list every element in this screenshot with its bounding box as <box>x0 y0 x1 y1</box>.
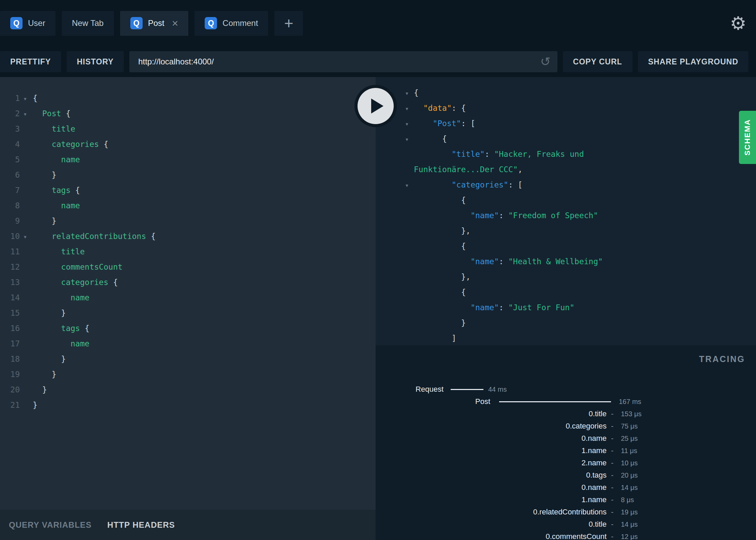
refresh-schema-icon[interactable]: ↺ <box>540 56 550 68</box>
main-split: 1▾{2▾Post {3title4categories {5name6}7ta… <box>0 77 756 540</box>
trace-row: 0.tags-20 μs <box>376 469 756 481</box>
token: { <box>461 196 466 205</box>
line-number: 9 <box>0 213 20 229</box>
token: "data" <box>423 104 452 112</box>
token: relatedContributions <box>52 232 146 241</box>
tab-label: Comment <box>222 18 258 28</box>
code-text: tags { <box>33 183 80 198</box>
token: "name" <box>470 257 499 266</box>
settings-gear-icon[interactable]: ⚙ <box>730 14 746 32</box>
schema-tab[interactable]: SCHEMA <box>739 111 756 164</box>
result-line: Funktionäre...Der CCC", <box>376 162 756 177</box>
fold-arrow-icon[interactable]: ▾ <box>405 86 409 101</box>
result-line: }, <box>376 223 756 239</box>
code-text: title <box>33 244 85 259</box>
code-text: title <box>33 121 75 137</box>
token: } <box>52 370 56 379</box>
token: "name" <box>470 303 499 312</box>
token: "name" <box>470 211 499 220</box>
tab-new-tab[interactable]: New Tab <box>62 11 114 36</box>
tab-user[interactable]: QUser <box>0 11 56 36</box>
add-tab-button[interactable]: + <box>274 11 303 36</box>
history-button[interactable]: HISTORY <box>67 51 124 72</box>
query-editor[interactable]: 1▾{2▾Post {3title4categories {5name6}7ta… <box>0 77 376 510</box>
fold-arrow-icon[interactable]: ▾ <box>405 178 409 193</box>
endpoint-url-input[interactable] <box>129 51 557 72</box>
trace-label: 2.name <box>376 457 607 469</box>
line-number: 8 <box>0 198 20 213</box>
editor-line: 16tags { <box>0 321 376 336</box>
trace-dash: - <box>611 420 613 432</box>
result-line: "name": "Freedom of Speech" <box>376 208 756 223</box>
trace-label: 0.name <box>376 432 607 445</box>
line-number: 12 <box>0 259 20 275</box>
fold-arrow-icon[interactable]: ▾ <box>405 116 409 132</box>
line-number: 13 <box>0 275 20 290</box>
trace-row: 0.relatedContributions-19 μs <box>376 506 756 518</box>
token: categories <box>52 140 99 149</box>
tab-comment[interactable]: QComment <box>194 11 268 36</box>
line-number: 21 <box>0 397 20 413</box>
token: "Hacker, Freaks und <box>494 150 584 159</box>
token: "Health & Wellbeing" <box>508 257 603 266</box>
copy-curl-button[interactable]: COPY CURL <box>563 51 633 72</box>
line-number: 20 <box>0 382 20 397</box>
code-text: } <box>33 167 56 183</box>
play-circle <box>358 88 394 124</box>
close-tab-icon[interactable]: × <box>172 18 178 29</box>
trace-time: 8 μs <box>621 494 634 506</box>
token: name <box>71 293 89 302</box>
line-number: 10 <box>0 229 20 244</box>
result-line: }, <box>376 269 756 285</box>
graphql-playground-window: QUserNew TabQPost×QComment + ⚙ PRETTIFY … <box>0 0 756 540</box>
code-text: name <box>33 290 89 305</box>
query-variables-tab[interactable]: QUERY VARIABLES <box>9 520 92 530</box>
token: "Just For Fun" <box>508 303 575 312</box>
query-badge-icon: Q <box>130 17 143 29</box>
fold-arrow-icon[interactable]: ▾ <box>405 101 409 116</box>
code-text: } <box>33 397 38 413</box>
trace-label: 0.title <box>376 518 607 530</box>
code-text: { <box>33 91 38 106</box>
trace-row: 0.commentsCount-12 μs <box>376 530 756 540</box>
token: : [ <box>508 180 523 189</box>
trace-duration-bar <box>499 401 611 402</box>
line-number: 15 <box>0 305 20 321</box>
code-text: } <box>33 382 47 397</box>
query-badge-icon: Q <box>205 17 217 29</box>
execute-query-button[interactable] <box>354 85 397 127</box>
query-badge-icon: Q <box>10 17 23 29</box>
trace-time: 167 ms <box>619 395 641 408</box>
tracing-title: TRACING <box>699 354 745 364</box>
token: : <box>485 150 494 159</box>
editor-line: 6} <box>0 167 376 183</box>
fold-arrow-icon[interactable]: ▾ <box>405 132 409 147</box>
tracing-panel: TRACING Request44 msPost167 ms0.title-15… <box>376 345 756 540</box>
token: categories <box>61 278 108 287</box>
editor-line: 13categories { <box>0 275 376 290</box>
fold-arrow-icon[interactable]: ▾ <box>23 229 27 244</box>
trace-row: 0.categories-75 μs <box>376 420 756 432</box>
trace-dash: - <box>611 518 613 530</box>
token: name <box>61 155 80 164</box>
trace-label: Request <box>376 383 444 395</box>
line-number: 18 <box>0 351 20 367</box>
code-text: name <box>33 336 89 351</box>
token: } <box>61 309 66 317</box>
trace-time: 25 μs <box>621 432 638 445</box>
code-text: tags { <box>33 321 89 336</box>
code-text: commentsCount <box>33 259 122 275</box>
result-line: ▾"data": { <box>376 101 756 116</box>
trace-label: 0.categories <box>376 420 607 432</box>
token: ] <box>452 334 456 343</box>
token: tags <box>61 324 80 333</box>
prettify-button[interactable]: PRETTIFY <box>0 51 61 72</box>
fold-arrow-icon[interactable]: ▾ <box>23 106 27 122</box>
share-playground-button[interactable]: SHARE PLAYGROUND <box>638 51 748 72</box>
tab-post[interactable]: QPost× <box>120 11 189 36</box>
trace-label: 0.commentsCount <box>376 530 607 540</box>
fold-arrow-icon[interactable]: ▾ <box>23 91 27 106</box>
code-text: } <box>414 315 466 331</box>
query-pane: 1▾{2▾Post {3title4categories {5name6}7ta… <box>0 77 376 540</box>
http-headers-tab[interactable]: HTTP HEADERS <box>107 520 175 530</box>
